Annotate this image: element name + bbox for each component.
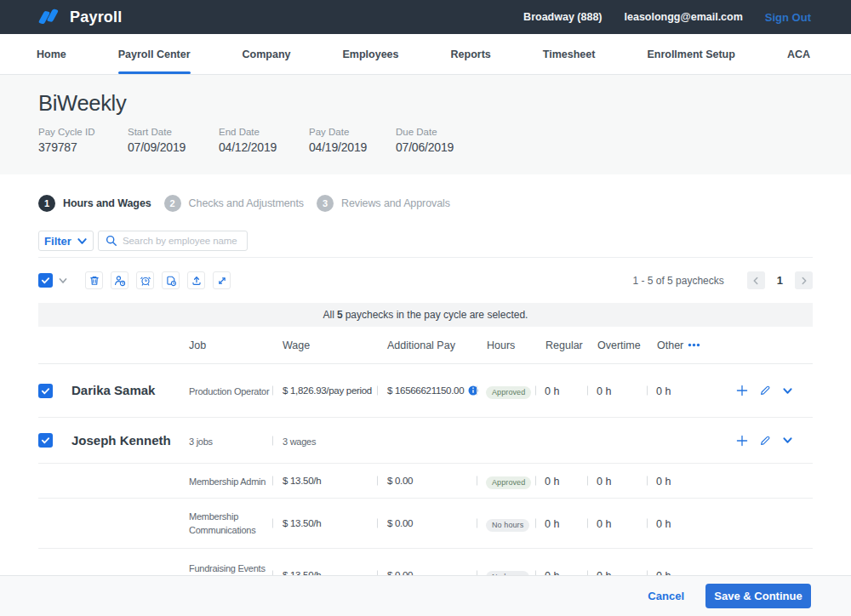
banner-suffix: paychecks in the pay cycle are selected. (346, 309, 528, 321)
step-2[interactable]: 2Checks and Adjustments (164, 195, 304, 212)
select-all-checkbox[interactable] (38, 273, 53, 288)
page-header: BiWeekly Pay Cycle ID379787Start Date07/… (0, 75, 851, 174)
overtime-hours-cell: 0 h (587, 516, 647, 531)
col-other: Other (657, 339, 683, 351)
document-clock-button[interactable] (162, 271, 180, 289)
search-icon (106, 235, 117, 247)
employee-search[interactable] (98, 231, 248, 251)
person-clock-button[interactable] (111, 271, 129, 289)
overtime-hours-cell: 0 h (587, 473, 647, 488)
expand-icon (216, 275, 228, 287)
other-hours: 0 h (656, 476, 671, 488)
add-pay-button[interactable] (735, 434, 749, 448)
field-pay-cycle-id: Pay Cycle ID379787 (38, 127, 128, 154)
wage-cell: 3 wages (272, 433, 377, 448)
step-1[interactable]: 1Hours and Wages (38, 195, 151, 212)
document-clock-icon (165, 275, 177, 287)
additional-pay-value: $ 16566621150.00 (387, 385, 477, 396)
overtime-hours: 0 h (597, 518, 611, 530)
banner-prefix: All (323, 309, 334, 321)
wage-cell: $ 13.50/h (272, 476, 377, 486)
alarm-clock-icon (140, 275, 151, 287)
job-cell: Membership Admin (189, 473, 272, 488)
filter-button[interactable]: Filter (38, 231, 94, 251)
brand: Payroll (37, 6, 122, 28)
additional-pay-cell: $ 0.00 (377, 476, 477, 486)
job-name: Membership Communications (189, 510, 264, 537)
sign-out-link[interactable]: Sign Out (765, 11, 811, 24)
row-checkbox-cell (38, 433, 71, 448)
main-nav: HomePayroll CenterCompanyEmployeesReport… (0, 34, 851, 75)
expand-button[interactable] (213, 271, 231, 289)
additional-pay-value: $ 0.00 (387, 476, 477, 486)
job-name: 3 jobs (189, 435, 213, 448)
employee-row: Joseph Kenneth3 jobs3 wages (38, 418, 813, 464)
hours-status-cell: No hours (477, 516, 535, 532)
row-checkbox-cell (38, 384, 71, 398)
job-cell: 3 jobs (189, 433, 272, 448)
field-due-date: Due Date07/06/2019 (396, 127, 454, 154)
alarm-clock-button[interactable] (136, 271, 154, 289)
paychecks-table: 1 - 5 of 5 paychecks 1 All5paychecks in … (38, 257, 813, 602)
employee-name: Darika Samak (71, 383, 155, 397)
field-start-date: Start Date07/09/2019 (128, 127, 219, 154)
nav-item-home[interactable]: Home (37, 34, 66, 74)
nav-item-timesheet[interactable]: Timesheet (543, 34, 596, 74)
wage-value: 3 wages (283, 436, 316, 447)
row-checkbox[interactable] (38, 384, 53, 398)
user-email: leasolongg@email.com (625, 11, 743, 23)
field-label: Pay Date (309, 127, 396, 137)
add-pay-button[interactable] (735, 384, 749, 397)
upload-icon (191, 275, 203, 287)
current-page: 1 (777, 274, 783, 287)
field-label: Pay Cycle ID (38, 127, 128, 137)
employee-name-cell: Joseph Kenneth (71, 433, 189, 448)
nav-item-employees[interactable]: Employees (343, 34, 399, 74)
employee-row: Darika SamakProduction Operator$ 1,826.9… (38, 364, 813, 418)
step-label: Hours and Wages (63, 197, 151, 209)
col-job: Job (189, 339, 206, 351)
job-cell: Production Operator (189, 383, 272, 398)
filter-row: Filter (0, 212, 851, 251)
edit-button[interactable] (759, 435, 771, 447)
nav-item-reports[interactable]: Reports (451, 34, 491, 74)
regular-hours: 0 h (545, 385, 559, 397)
field-label: End Date (219, 127, 309, 137)
select-menu-chevron-icon[interactable] (57, 275, 69, 287)
additional-pay-cell: $ 16566621150.00 (377, 385, 477, 396)
nav-item-company[interactable]: Company (243, 34, 291, 74)
upload-button[interactable] (187, 271, 205, 289)
step-label: Reviews and Approvals (341, 197, 450, 209)
nav-item-enrollment-setup[interactable]: Enrollment Setup (647, 34, 734, 74)
overtime-hours-cell: 0 h (587, 383, 647, 398)
more-columns-icon[interactable] (688, 343, 700, 347)
regular-hours-cell: 0 h (535, 473, 587, 488)
chevron-left-icon (751, 276, 761, 286)
additional-pay-value: $ 0.00 (387, 518, 477, 528)
job-name: Production Operator (189, 385, 269, 398)
wizard-steps: 1Hours and Wages2Checks and Adjustments3… (0, 174, 851, 212)
wage-value: $ 13.50/h (283, 518, 377, 528)
nav-item-aca[interactable]: ACA (787, 34, 810, 74)
cancel-button[interactable]: Cancel (648, 590, 684, 602)
expand-row-button[interactable] (781, 385, 794, 397)
row-checkbox[interactable] (38, 433, 53, 448)
step-3[interactable]: 3Reviews and Approvals (317, 195, 450, 212)
col-hours: Hours (487, 339, 515, 351)
expand-row-button[interactable] (781, 434, 794, 447)
edit-button[interactable] (759, 385, 771, 396)
field-value: 04/19/2019 (309, 140, 396, 154)
other-hours-cell: 0 h (647, 516, 732, 531)
overtime-hours: 0 h (597, 385, 611, 397)
prev-page-button[interactable] (747, 271, 765, 289)
field-label: Due Date (396, 127, 454, 137)
nav-item-payroll-center[interactable]: Payroll Center (118, 34, 191, 74)
filter-button-label: Filter (44, 235, 71, 248)
col-wage: Wage (283, 339, 310, 351)
trash-button[interactable] (85, 271, 103, 289)
next-page-button[interactable] (795, 271, 813, 289)
status-badge: Approved (486, 386, 531, 399)
search-input[interactable] (123, 236, 240, 246)
overtime-hours: 0 h (597, 476, 611, 488)
save-continue-button[interactable]: Save & Continue (705, 584, 811, 608)
